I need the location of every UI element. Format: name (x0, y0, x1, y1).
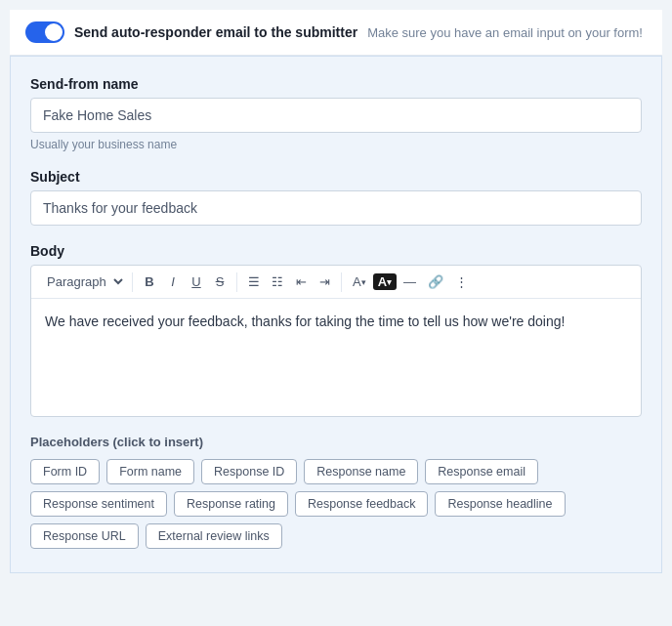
subject-label: Subject (30, 169, 642, 185)
body-editor: Paragraph B I U S ☰ ☷ ⇤ ⇥ A▾ A▾ — 🔗 (30, 265, 642, 417)
body-content[interactable]: We have received your feedback, thanks f… (31, 299, 641, 416)
toggle-note: Make sure you have an email input on you… (367, 25, 643, 40)
placeholder-tag[interactable]: Response rating (174, 491, 288, 517)
placeholder-tag[interactable]: Response sentiment (30, 491, 167, 517)
subject-group: Subject (30, 169, 642, 226)
auto-responder-toggle[interactable] (25, 21, 64, 43)
form-area: Send-from name Usually your business nam… (10, 56, 662, 573)
body-label: Body (30, 243, 642, 259)
indent-button[interactable]: ⇥ (314, 271, 335, 292)
placeholder-tag[interactable]: Response ID (201, 459, 297, 484)
toggle-label: Send auto-responder email to the submitt… (74, 24, 357, 40)
link-button[interactable]: 🔗 (423, 271, 448, 292)
placeholder-tags-container: Form IDForm nameResponse IDResponse name… (30, 459, 642, 549)
placeholders-section: Placeholders (click to insert) Form IDFo… (30, 435, 642, 549)
placeholder-tag[interactable]: Form ID (30, 459, 100, 484)
strikethrough-button[interactable]: S (209, 271, 231, 292)
outdent-button[interactable]: ⇤ (290, 271, 312, 292)
placeholder-tag[interactable]: Response name (304, 459, 418, 484)
placeholders-label: Placeholders (click to insert) (30, 435, 642, 449)
toolbar-divider-3 (341, 272, 342, 292)
subject-input[interactable] (30, 190, 642, 226)
font-color-button[interactable]: A▾ (348, 271, 371, 292)
placeholder-tag[interactable]: Response headline (435, 491, 565, 517)
main-container: Send auto-responder email to the submitt… (10, 10, 662, 573)
horizontal-rule-button[interactable]: — (399, 271, 421, 292)
toggle-knob (45, 23, 63, 41)
send-from-name-input[interactable] (30, 98, 642, 133)
bullet-list-button[interactable]: ☰ (243, 271, 265, 292)
toggle-bar: Send auto-responder email to the submitt… (10, 10, 662, 56)
placeholder-tag[interactable]: Form name (106, 459, 194, 484)
more-options-button[interactable]: ⋮ (450, 271, 473, 292)
send-from-name-label: Send-from name (30, 76, 642, 92)
send-from-name-hint: Usually your business name (30, 138, 642, 151)
editor-toolbar: Paragraph B I U S ☰ ☷ ⇤ ⇥ A▾ A▾ — 🔗 (31, 266, 641, 299)
placeholder-tag[interactable]: External review links (146, 523, 282, 549)
placeholder-tag[interactable]: Response email (425, 459, 538, 484)
placeholder-tag[interactable]: Response feedback (295, 491, 429, 517)
placeholder-tag[interactable]: Response URL (30, 523, 139, 549)
bold-button[interactable]: B (139, 271, 160, 292)
toolbar-divider-2 (236, 272, 237, 292)
paragraph-select[interactable]: Paragraph (39, 271, 126, 292)
send-from-name-group: Send-from name Usually your business nam… (30, 76, 642, 151)
underline-button[interactable]: U (186, 271, 207, 292)
italic-button[interactable]: I (162, 271, 184, 292)
ordered-list-button[interactable]: ☷ (267, 271, 288, 292)
body-group: Body Paragraph B I U S ☰ ☷ ⇤ ⇥ (30, 243, 642, 417)
toolbar-divider-1 (132, 272, 133, 292)
highlight-button[interactable]: A▾ (373, 273, 397, 290)
